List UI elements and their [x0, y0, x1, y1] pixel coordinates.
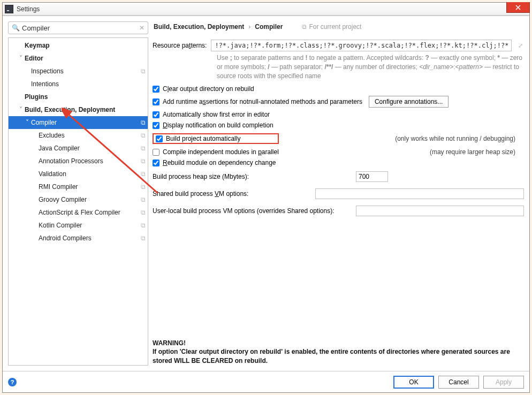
heap-size-label: Build process heap size (Mbytes):: [153, 173, 356, 180]
tree-item-label: Kotlin Compiler: [39, 222, 141, 229]
search-input[interactable]: [22, 24, 137, 32]
tree-item-keymap[interactable]: Keymap: [9, 39, 148, 52]
tree-item-java-compiler[interactable]: Java Compiler⧉: [9, 142, 148, 155]
tree-item-label: Excludes: [39, 132, 141, 139]
tree-item-label: Inspections: [31, 67, 141, 75]
clear-output-checkbox[interactable]: [153, 86, 159, 93]
rebuild-dep-checkbox[interactable]: [153, 159, 159, 166]
clear-output-row[interactable]: Clear output directory on rebuild: [153, 83, 524, 94]
expand-arrow-icon: ˅: [17, 55, 25, 62]
tree-item-label: Java Compiler: [39, 145, 141, 152]
rebuild-dep-row[interactable]: Rebuild module on dependency change: [153, 157, 524, 168]
apply-button[interactable]: Apply: [483, 376, 524, 389]
tree-item-compiler[interactable]: ˅Compiler⧉: [9, 116, 148, 129]
tree-item-label: Validation: [39, 170, 141, 178]
project-scope-icon: ⧉: [141, 157, 146, 165]
tree-item-label: Compiler: [31, 119, 141, 126]
help-icon[interactable]: ?: [8, 378, 17, 386]
dialog-body: 🔍 ✕ Keymap˅EditorInspections⧉IntentionsP…: [3, 16, 529, 371]
auto-first-error-checkbox[interactable]: [153, 111, 159, 118]
tree-item-excludes[interactable]: Excludes⧉: [9, 129, 148, 142]
search-box[interactable]: 🔍 ✕: [8, 21, 148, 34]
build-auto-row: Build project automatically (only works …: [153, 131, 524, 147]
expand-icon[interactable]: ⤢: [518, 42, 523, 49]
heap-size-input[interactable]: [356, 171, 388, 182]
tree-item-intentions[interactable]: Intentions: [9, 78, 148, 90]
project-scope-icon: ⧉: [141, 209, 146, 216]
tree-item-annotation-processors[interactable]: Annotation Processors⧉: [9, 155, 148, 168]
dialog-footer: ? OK Cancel Apply: [3, 371, 529, 392]
compile-parallel-checkbox[interactable]: [153, 149, 159, 156]
auto-first-error-row[interactable]: Automatically show first error in editor: [153, 109, 524, 120]
project-scope-icon: ⧉: [141, 119, 146, 126]
tree-item-build-execution-deployment[interactable]: ˅Build, Execution, Deployment: [9, 103, 148, 116]
tree-item-groovy-compiler[interactable]: Groovy Compiler⧉: [9, 193, 148, 206]
shared-vm-input[interactable]: [315, 188, 524, 199]
display-notification-row[interactable]: Display notification on build completion: [153, 120, 524, 131]
project-scope-icon: ⧉: [141, 132, 146, 139]
expand-arrow-icon: ˅: [17, 106, 25, 113]
app-icon: [5, 5, 13, 13]
tree-item-label: ActionScript & Flex Compiler: [39, 209, 141, 216]
tree-item-rmi-compiler[interactable]: RMI Compiler⧉: [9, 180, 148, 193]
runtime-assert-label: Add runtime assertions for notnull-annot…: [163, 98, 362, 105]
clear-icon[interactable]: ✕: [139, 24, 145, 32]
compile-parallel-label: Compile independent modules in parallel: [163, 148, 279, 156]
tree-item-kotlin-compiler[interactable]: Kotlin Compiler⧉: [9, 219, 148, 232]
project-scope-icon: ⧉: [141, 67, 146, 75]
breadcrumb-b: Compiler: [255, 23, 283, 31]
tree-item-label: Intentions: [31, 80, 146, 88]
ok-button[interactable]: OK: [393, 376, 434, 389]
shared-vm-row: Shared build process VM options:: [153, 185, 524, 202]
tree-item-label: Editor: [25, 55, 146, 62]
chevron-right-icon: ›: [248, 23, 250, 31]
runtime-assert-row: Add runtime assertions for notnull-annot…: [153, 94, 524, 109]
build-auto-note: (only works while not running / debuggin…: [395, 135, 524, 142]
project-scope-icon: ⧉: [141, 196, 146, 203]
configure-annotations-button[interactable]: Configure annotations...: [369, 96, 449, 108]
auto-first-error-label: Automatically show first error in editor: [163, 111, 270, 118]
tree-item-validation[interactable]: Validation⧉: [9, 168, 148, 180]
tree-item-label: Build, Execution, Deployment: [25, 106, 146, 113]
for-current-project-label: For current project: [309, 23, 361, 31]
project-scope-icon: ⧉: [141, 183, 146, 191]
resource-patterns-input[interactable]: [211, 40, 512, 51]
project-scope-icon: ⧉: [141, 145, 146, 152]
resource-patterns-hint: Use ; to separate patterns and ! to nega…: [217, 54, 524, 83]
display-notification-label: Display notification on build completion: [163, 121, 273, 129]
tree-item-plugins[interactable]: Plugins: [9, 90, 148, 103]
for-current-project: ⧉ For current project: [302, 23, 361, 31]
tree-item-label: Plugins: [25, 93, 146, 101]
runtime-assert-checkbox[interactable]: [153, 98, 159, 105]
project-scope-icon: ⧉: [141, 170, 146, 178]
tree-item-label: RMI Compiler: [39, 183, 141, 191]
left-panel: 🔍 ✕ Keymap˅EditorInspections⧉IntentionsP…: [8, 21, 148, 366]
svg-rect-1: [7, 10, 9, 11]
display-notification-checkbox[interactable]: [153, 122, 159, 129]
copy-icon: ⧉: [302, 23, 307, 31]
tree-item-label: Keymap: [25, 42, 146, 49]
project-scope-icon: ⧉: [141, 222, 146, 229]
project-scope-icon: ⧉: [141, 234, 146, 242]
shared-vm-label: Shared build process VM options:: [153, 190, 315, 198]
warning-title: WARNING!: [153, 339, 524, 348]
user-vm-label: User-local build process VM options (ove…: [153, 207, 356, 215]
warning-body: If option 'Clear output directory on reb…: [153, 347, 524, 366]
tree-item-android-compilers[interactable]: Android Compilers⧉: [9, 232, 148, 245]
build-auto-checkbox[interactable]: [156, 135, 163, 142]
breadcrumb: Build, Execution, Deployment › Compiler …: [153, 21, 524, 33]
resource-patterns-row: Resource patterns: ⤢: [153, 37, 524, 54]
right-panel: Build, Execution, Deployment › Compiler …: [153, 21, 524, 366]
user-vm-input[interactable]: [356, 206, 524, 216]
settings-tree[interactable]: Keymap˅EditorInspections⧉IntentionsPlugi…: [8, 37, 148, 366]
tree-item-editor[interactable]: ˅Editor: [9, 52, 148, 65]
cancel-button[interactable]: Cancel: [438, 376, 479, 389]
heap-size-row: Build process heap size (Mbytes):: [153, 168, 524, 185]
title-bar[interactable]: Settings: [3, 3, 529, 16]
search-icon: 🔍: [12, 24, 20, 32]
compile-parallel-row: Compile independent modules in parallel …: [153, 147, 524, 157]
tree-item-actionscript-flex-compiler[interactable]: ActionScript & Flex Compiler⧉: [9, 206, 148, 219]
breadcrumb-a: Build, Execution, Deployment: [154, 23, 244, 31]
close-button[interactable]: [506, 2, 530, 13]
tree-item-inspections[interactable]: Inspections⧉: [9, 65, 148, 78]
